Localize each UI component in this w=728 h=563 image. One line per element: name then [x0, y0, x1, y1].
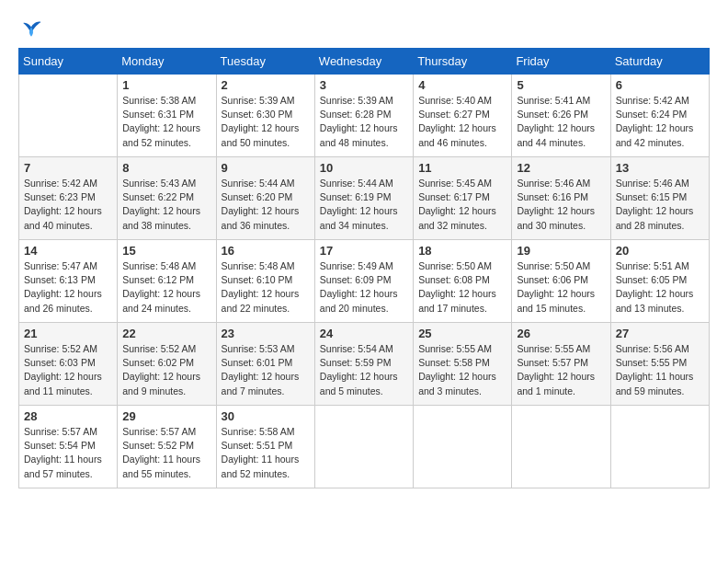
day-number: 21	[24, 327, 112, 340]
day-info: Sunrise: 5:55 AMSunset: 5:58 PMDaylight:…	[418, 342, 506, 398]
day-number: 26	[517, 327, 605, 340]
calendar-cell: 19Sunrise: 5:50 AMSunset: 6:06 PMDayligh…	[512, 240, 610, 323]
calendar-cell: 29Sunrise: 5:57 AMSunset: 5:52 PMDayligh…	[118, 406, 216, 488]
day-number: 28	[24, 409, 112, 423]
calendar-table: SundayMondayTuesdayWednesdayThursdayFrid…	[18, 48, 710, 488]
day-number: 10	[320, 161, 408, 175]
calendar-cell	[19, 75, 118, 157]
calendar-cell: 15Sunrise: 5:48 AMSunset: 6:12 PMDayligh…	[118, 240, 216, 323]
day-number: 22	[122, 327, 210, 340]
day-number: 24	[320, 327, 408, 340]
calendar-cell: 17Sunrise: 5:49 AMSunset: 6:09 PMDayligh…	[314, 240, 413, 323]
day-info: Sunrise: 5:41 AMSunset: 6:26 PMDaylight:…	[517, 94, 605, 150]
calendar-header-tuesday: Tuesday	[216, 49, 314, 75]
day-number: 2	[222, 78, 310, 92]
day-info: Sunrise: 5:48 AMSunset: 6:12 PMDaylight:…	[122, 259, 210, 316]
calendar-cell: 25Sunrise: 5:55 AMSunset: 5:58 PMDayligh…	[414, 323, 512, 406]
calendar-body: 1Sunrise: 5:38 AMSunset: 6:31 PMDaylight…	[19, 75, 710, 488]
calendar-header-monday: Monday	[118, 49, 216, 75]
day-info: Sunrise: 5:48 AMSunset: 6:10 PMDaylight:…	[222, 259, 310, 316]
day-number: 20	[616, 244, 704, 258]
day-info: Sunrise: 5:53 AMSunset: 6:01 PMDaylight:…	[222, 342, 310, 398]
day-number: 6	[616, 78, 704, 92]
calendar-cell: 7Sunrise: 5:42 AMSunset: 6:23 PMDaylight…	[19, 157, 118, 240]
calendar-cell: 1Sunrise: 5:38 AMSunset: 6:31 PMDaylight…	[118, 75, 216, 157]
calendar-cell: 30Sunrise: 5:58 AMSunset: 5:51 PMDayligh…	[216, 406, 314, 488]
day-number: 7	[24, 161, 112, 175]
day-number: 19	[517, 244, 605, 258]
day-number: 18	[418, 244, 506, 258]
day-number: 1	[122, 78, 210, 92]
day-info: Sunrise: 5:52 AMSunset: 6:03 PMDaylight:…	[24, 342, 112, 398]
calendar-week-row: 1Sunrise: 5:38 AMSunset: 6:31 PMDaylight…	[19, 75, 710, 157]
day-number: 13	[616, 161, 704, 175]
day-info: Sunrise: 5:46 AMSunset: 6:16 PMDaylight:…	[517, 177, 605, 233]
calendar-cell: 9Sunrise: 5:44 AMSunset: 6:20 PMDaylight…	[216, 157, 314, 240]
calendar-cell: 28Sunrise: 5:57 AMSunset: 5:54 PMDayligh…	[19, 406, 118, 488]
day-number: 16	[222, 244, 310, 258]
day-number: 23	[222, 327, 310, 340]
day-info: Sunrise: 5:45 AMSunset: 6:17 PMDaylight:…	[418, 177, 506, 233]
day-number: 17	[320, 244, 408, 258]
calendar-week-row: 28Sunrise: 5:57 AMSunset: 5:54 PMDayligh…	[19, 406, 710, 488]
day-info: Sunrise: 5:43 AMSunset: 6:22 PMDaylight:…	[122, 177, 210, 233]
calendar-cell	[512, 406, 610, 488]
calendar-cell: 21Sunrise: 5:52 AMSunset: 6:03 PMDayligh…	[19, 323, 118, 406]
day-number: 4	[418, 78, 506, 92]
day-number: 14	[24, 244, 112, 258]
calendar-cell: 22Sunrise: 5:52 AMSunset: 6:02 PMDayligh…	[118, 323, 216, 406]
calendar-cell: 27Sunrise: 5:56 AMSunset: 5:55 PMDayligh…	[610, 323, 709, 406]
day-number: 30	[222, 409, 310, 423]
day-info: Sunrise: 5:42 AMSunset: 6:24 PMDaylight:…	[616, 94, 704, 150]
day-number: 29	[122, 409, 210, 423]
calendar-cell: 14Sunrise: 5:47 AMSunset: 6:13 PMDayligh…	[19, 240, 118, 323]
day-number: 5	[517, 78, 605, 92]
calendar-cell: 16Sunrise: 5:48 AMSunset: 6:10 PMDayligh…	[216, 240, 314, 323]
page-header	[18, 18, 710, 39]
calendar-week-row: 14Sunrise: 5:47 AMSunset: 6:13 PMDayligh…	[19, 240, 710, 323]
calendar-week-row: 21Sunrise: 5:52 AMSunset: 6:03 PMDayligh…	[19, 323, 710, 406]
calendar-week-row: 7Sunrise: 5:42 AMSunset: 6:23 PMDaylight…	[19, 157, 710, 240]
calendar-header-sunday: Sunday	[19, 49, 118, 75]
day-info: Sunrise: 5:58 AMSunset: 5:51 PMDaylight:…	[222, 425, 310, 481]
calendar-cell: 20Sunrise: 5:51 AMSunset: 6:05 PMDayligh…	[610, 240, 709, 323]
day-info: Sunrise: 5:50 AMSunset: 6:06 PMDaylight:…	[517, 259, 605, 316]
calendar-cell: 13Sunrise: 5:46 AMSunset: 6:15 PMDayligh…	[610, 157, 709, 240]
calendar-cell	[414, 406, 512, 488]
calendar-cell: 8Sunrise: 5:43 AMSunset: 6:22 PMDaylight…	[118, 157, 216, 240]
day-number: 11	[418, 161, 506, 175]
calendar-cell: 2Sunrise: 5:39 AMSunset: 6:30 PMDaylight…	[216, 75, 314, 157]
calendar-cell	[610, 406, 709, 488]
day-info: Sunrise: 5:49 AMSunset: 6:09 PMDaylight:…	[320, 259, 408, 316]
calendar-header-saturday: Saturday	[610, 49, 709, 75]
calendar-cell: 26Sunrise: 5:55 AMSunset: 5:57 PMDayligh…	[512, 323, 610, 406]
day-info: Sunrise: 5:40 AMSunset: 6:27 PMDaylight:…	[418, 94, 506, 150]
day-number: 15	[122, 244, 210, 258]
day-info: Sunrise: 5:39 AMSunset: 6:30 PMDaylight:…	[222, 94, 310, 150]
day-info: Sunrise: 5:38 AMSunset: 6:31 PMDaylight:…	[122, 94, 210, 150]
calendar-header-friday: Friday	[512, 49, 610, 75]
calendar-header-row: SundayMondayTuesdayWednesdayThursdayFrid…	[19, 49, 710, 75]
day-info: Sunrise: 5:51 AMSunset: 6:05 PMDaylight:…	[616, 259, 704, 316]
logo	[18, 18, 48, 39]
day-number: 8	[122, 161, 210, 175]
calendar-cell: 23Sunrise: 5:53 AMSunset: 6:01 PMDayligh…	[216, 323, 314, 406]
calendar-cell: 18Sunrise: 5:50 AMSunset: 6:08 PMDayligh…	[414, 240, 512, 323]
day-info: Sunrise: 5:57 AMSunset: 5:52 PMDaylight:…	[122, 425, 210, 481]
day-number: 9	[222, 161, 310, 175]
calendar-cell: 10Sunrise: 5:44 AMSunset: 6:19 PMDayligh…	[314, 157, 413, 240]
day-info: Sunrise: 5:42 AMSunset: 6:23 PMDaylight:…	[24, 177, 112, 233]
calendar-cell: 4Sunrise: 5:40 AMSunset: 6:27 PMDaylight…	[414, 75, 512, 157]
day-info: Sunrise: 5:47 AMSunset: 6:13 PMDaylight:…	[24, 259, 112, 316]
day-info: Sunrise: 5:57 AMSunset: 5:54 PMDaylight:…	[24, 425, 112, 481]
day-number: 12	[517, 161, 605, 175]
day-number: 27	[616, 327, 704, 340]
calendar-cell: 6Sunrise: 5:42 AMSunset: 6:24 PMDaylight…	[610, 75, 709, 157]
day-info: Sunrise: 5:50 AMSunset: 6:08 PMDaylight:…	[418, 259, 506, 316]
day-info: Sunrise: 5:52 AMSunset: 6:02 PMDaylight:…	[122, 342, 210, 398]
day-info: Sunrise: 5:44 AMSunset: 6:20 PMDaylight:…	[222, 177, 310, 233]
day-info: Sunrise: 5:39 AMSunset: 6:28 PMDaylight:…	[320, 94, 408, 150]
day-number: 25	[418, 327, 506, 340]
calendar-cell: 5Sunrise: 5:41 AMSunset: 6:26 PMDaylight…	[512, 75, 610, 157]
day-info: Sunrise: 5:44 AMSunset: 6:19 PMDaylight:…	[320, 177, 408, 233]
